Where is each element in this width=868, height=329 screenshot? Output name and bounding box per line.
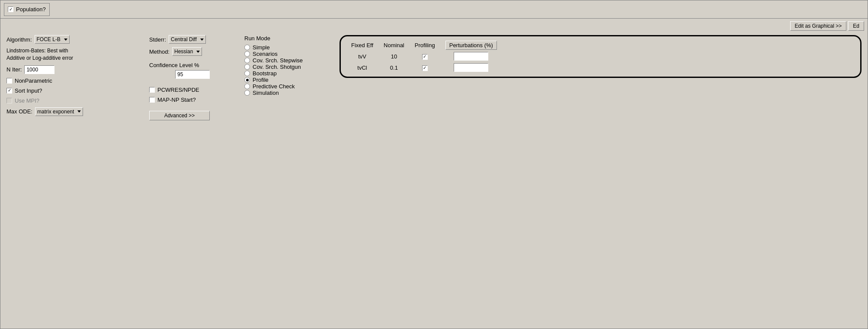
max-ode-label: Max ODE: [6, 108, 32, 115]
run-mode-radio-0[interactable] [244, 45, 250, 50]
content-area: Algorithm: FOCE L-B Lindstrom-Bates: Bes… [0, 31, 868, 316]
confidence-section: Confidence Level % [149, 62, 236, 79]
profiling-fixed-eff-1: tvCl [346, 62, 378, 73]
run-mode-row-2: Cov. Srch. Stepwise [244, 57, 331, 64]
max-ode-select[interactable]: matrix exponent [35, 107, 83, 116]
run-mode-options: SimpleScenariosCov. Srch. StepwiseCov. S… [244, 44, 331, 96]
profiling-checkbox-1[interactable] [422, 65, 428, 71]
nonparametric-row: NonParametric [6, 77, 141, 84]
profiling-checkbox-cell-0 [410, 51, 440, 62]
pcwres-row: PCWRES/NPDE [149, 87, 236, 93]
advanced-button-wrapper: Advanced >> [149, 111, 236, 120]
perturbation-input-1[interactable] [454, 63, 488, 72]
profiling-table-wrapper: Fixed Eff Nominal Profiling Perturbation… [340, 35, 862, 78]
run-mode-label-7: Simulation [253, 90, 279, 96]
niter-label: N Iter: [6, 66, 22, 73]
max-ode-dropdown-arrow [77, 110, 81, 113]
stderr-label: Stderr: [149, 36, 166, 43]
population-checkbox[interactable] [8, 6, 13, 12]
perturbation-cell-1 [440, 62, 502, 73]
run-mode-row-5: Profile [244, 77, 331, 83]
profiling-nominal-1: 0.1 [378, 62, 410, 73]
profiling-fixed-eff-0: tvV [346, 51, 378, 62]
profiling-checkbox-0[interactable] [422, 54, 428, 60]
sort-input-row: Sort Input? [6, 87, 141, 94]
method-row: Method: Hessian [149, 47, 236, 56]
left-column: Algorithm: FOCE L-B Lindstrom-Bates: Bes… [6, 35, 141, 312]
method-label: Method: [149, 48, 170, 55]
run-mode-row-7: Simulation [244, 90, 331, 96]
middle-column: Stderr: Central Diff Method: Hessian Con… [149, 35, 236, 312]
method-select[interactable]: Hessian [172, 47, 202, 56]
run-mode-label-3: Cov. Srch. Shotgun [253, 64, 301, 70]
stderr-select[interactable]: Central Diff [169, 35, 206, 44]
run-mode-radio-1[interactable] [244, 51, 250, 57]
map-np-row: MAP-NP Start? [149, 97, 236, 103]
run-mode-column: Run Mode SimpleScenariosCov. Srch. Stepw… [244, 35, 331, 312]
edit-ed-button[interactable]: Ed [848, 21, 864, 31]
profiling-row-1: tvCl0.1 [346, 62, 502, 73]
algorithm-label: Algorithm: [6, 36, 32, 43]
pcwres-label: PCWRES/NPDE [157, 87, 199, 93]
stderr-row: Stderr: Central Diff [149, 35, 236, 44]
perturbation-input-0[interactable] [454, 52, 488, 61]
method-dropdown-arrow [196, 51, 200, 53]
stderr-dropdown-arrow [200, 39, 204, 41]
sort-input-checkbox[interactable] [6, 88, 12, 94]
run-mode-row-6: Predictive Check [244, 83, 331, 90]
run-mode-radio-3[interactable] [244, 64, 250, 70]
algorithm-dropdown-arrow [64, 39, 67, 41]
run-mode-label-1: Scenarios [253, 51, 278, 57]
nonparametric-checkbox[interactable] [6, 78, 12, 84]
profiling-nominal-0: 10 [378, 51, 410, 62]
col-nominal-header: Nominal [378, 40, 410, 51]
run-mode-radio-7[interactable] [244, 90, 250, 96]
use-mpi-label: Use MPI? [15, 97, 39, 104]
run-mode-label-4: Bootstrap [253, 70, 277, 77]
run-mode-row-0: Simple [244, 44, 331, 51]
run-mode-row-3: Cov. Srch. Shotgun [244, 64, 331, 70]
map-np-label: MAP-NP Start? [157, 97, 196, 103]
run-mode-label-2: Cov. Srch. Stepwise [253, 57, 303, 64]
confidence-label: Confidence Level % [149, 62, 236, 68]
run-mode-radio-2[interactable] [244, 58, 250, 63]
map-np-checkbox[interactable] [149, 97, 155, 103]
run-mode-radio-6[interactable] [244, 84, 250, 89]
algorithm-row: Algorithm: FOCE L-B [6, 35, 141, 44]
use-mpi-row: Use MPI? [6, 97, 141, 104]
col-fixed-eff-header: Fixed Eff [346, 40, 378, 51]
population-label: Population? [16, 6, 46, 13]
run-mode-radio-4[interactable] [244, 71, 250, 76]
profiling-checkbox-cell-1 [410, 62, 440, 73]
col-perturbations-header: Perturbations (%) [440, 40, 502, 51]
algorithm-select[interactable]: FOCE L-B [35, 35, 70, 44]
run-mode-label-6: Predictive Check [253, 83, 295, 90]
run-mode-radio-5[interactable] [244, 77, 250, 83]
run-mode-title: Run Mode [244, 35, 331, 42]
col-profiling-header: Profiling [410, 40, 440, 51]
run-mode-label-0: Simple [253, 44, 270, 51]
run-mode-row-1: Scenarios [244, 51, 331, 57]
pcwres-checkbox[interactable] [149, 87, 155, 93]
max-ode-row: Max ODE: matrix exponent [6, 107, 141, 116]
perturbation-cell-0 [440, 51, 502, 62]
lindstrom-note: Lindstrom-Bates: Best with Additive or L… [6, 47, 115, 62]
population-checkbox-area: Population? [4, 3, 50, 16]
profiling-table: Fixed Eff Nominal Profiling Perturbation… [346, 40, 502, 73]
top-bar: Population? [0, 0, 868, 19]
confidence-input[interactable] [175, 70, 210, 79]
advanced-button[interactable]: Advanced >> [149, 111, 210, 120]
nonparametric-label: NonParametric [15, 77, 52, 84]
use-mpi-checkbox[interactable] [6, 98, 12, 103]
run-mode-row-4: Bootstrap [244, 70, 331, 77]
run-mode-label-5: Profile [253, 77, 269, 83]
perturbations-header-box: Perturbations (%) [445, 41, 497, 50]
edit-graphical-button[interactable]: Edit as Graphical >> [790, 21, 847, 31]
sort-input-label: Sort Input? [15, 87, 42, 94]
niter-row: N Iter: [6, 65, 141, 74]
right-panel: Fixed Eff Nominal Profiling Perturbation… [340, 35, 862, 312]
top-buttons-row: Edit as Graphical >> Ed [0, 19, 868, 31]
profiling-row-0: tvV10 [346, 51, 502, 62]
main-container: Population? Edit as Graphical >> Ed Algo… [0, 0, 868, 329]
niter-input[interactable] [24, 65, 54, 74]
